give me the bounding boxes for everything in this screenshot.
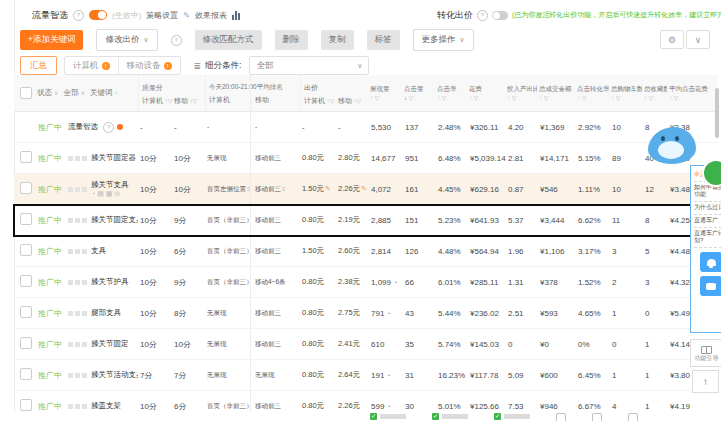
legend-item[interactable]: ✓ xyxy=(370,413,406,420)
quality-score-group-header[interactable]: 质量分 计算机 ↑▽ 移动 ↑▽ xyxy=(138,75,205,111)
quality-score-pc: 10分 xyxy=(138,215,172,226)
column-header[interactable]: 点击量↓ ▽ xyxy=(403,75,436,111)
bar-chart-icon[interactable] xyxy=(232,11,240,20)
scope-filter[interactable]: 全部 ∨ xyxy=(64,88,86,98)
help-faq-item[interactable]: 直通车广计划? xyxy=(694,228,721,248)
chat-button[interactable] xyxy=(700,276,721,296)
row-checkbox[interactable] xyxy=(20,399,32,411)
quality-score-pc: 10分 xyxy=(138,184,172,195)
roi: 0.87 xyxy=(506,185,538,194)
table-row[interactable]: 推广中 膝关节支具 ? ◔ ▤ ▦ ⊖ 10分 10分 首页左侧位置≡ 移动前三… xyxy=(14,174,718,205)
feature-guide-button[interactable]: 功能引导 xyxy=(690,339,721,367)
keyword-hover-actions[interactable]: ◔ ▤ ▦ ⊖ xyxy=(91,190,129,198)
table-row[interactable]: 推广中 流量智选 ? - - -≡ -≡ -✎ -✎ 5,530 137 2.4… xyxy=(14,112,718,143)
rank-group-header[interactable]: 今天20:00-21:00平均排名 计算机 移动 xyxy=(205,75,300,111)
help-faq-item[interactable]: 为什么过日期 xyxy=(694,202,721,215)
bid-group-header[interactable]: 出价 计算机 ↑▽ 移动 ↑▽ xyxy=(300,75,369,111)
table-header: 状态 ∨ 全部 ∨ 关键词 ↑ 质量分 计算机 ↑▽ 移动 ↑▽ 今天20:00… xyxy=(14,75,718,112)
row-checkbox[interactable] xyxy=(20,244,32,256)
column-header[interactable]: 总购物车数↑ ▽ xyxy=(610,75,643,111)
column-header[interactable]: 总收藏数↑ ▽ xyxy=(643,75,668,111)
help-faq-item[interactable]: 直通车广 xyxy=(694,215,721,228)
table-row[interactable]: 推广中 膝关节护具 ? 10分 9分 首页（非前三）≡ 移动4~6条≡ 0.80… xyxy=(14,267,718,298)
assistant-mascot[interactable] xyxy=(648,127,696,164)
column-settings-button[interactable]: ⚙ xyxy=(660,30,684,49)
table-row[interactable]: 推广中 膝关节固定支具 ? 10分 9分 首页（非前三）≡ 移动前三≡ 0.80… xyxy=(14,205,718,236)
rank-pc: 首页（非前三） xyxy=(207,278,253,285)
row-checkbox[interactable] xyxy=(20,213,32,225)
row-checkbox[interactable] xyxy=(20,182,32,194)
report-link[interactable]: 效果报表 xyxy=(195,10,227,21)
row-checkbox[interactable] xyxy=(20,368,32,380)
delete-button[interactable]: 删除 xyxy=(275,30,308,50)
notification-button[interactable] xyxy=(700,252,721,272)
conversion-bid-toggle[interactable] xyxy=(492,11,508,20)
status-filter[interactable]: 状态 ∨ xyxy=(37,88,59,98)
header-left-group: 状态 ∨ 全部 ∨ 关键词 ↑ xyxy=(14,75,138,111)
collapse-button[interactable]: ∨ xyxy=(686,30,710,49)
segment-filter-select[interactable]: 全部 ∨ xyxy=(249,56,369,75)
impressions: 191 xyxy=(371,371,384,380)
legend-toolbar-icon[interactable] xyxy=(628,413,638,421)
delay-clock-icon: ◔ xyxy=(386,403,390,410)
impressions: 791 xyxy=(371,309,384,318)
row-checkbox[interactable] xyxy=(20,306,32,318)
legend-toolbar-icon[interactable] xyxy=(556,413,566,421)
edit-pencil-icon[interactable]: ✎ xyxy=(361,185,367,192)
tab-pc[interactable]: 计算机 ! xyxy=(65,57,118,74)
table-row[interactable]: 推广中 膝关节固定 ? 10分 10分 无展现≡ 移动前三≡ 0.80元✎ 2.… xyxy=(14,329,718,360)
row-checkbox[interactable] xyxy=(20,151,32,163)
edit-pencil-icon[interactable]: ✎ xyxy=(325,185,331,192)
back-to-top-button[interactable]: ↑ xyxy=(692,370,719,393)
vertical-scrollbar[interactable] xyxy=(715,88,719,138)
column-header[interactable]: 总成交金额↑ ▽ xyxy=(538,75,576,111)
bid-pc: - xyxy=(302,123,305,132)
chevron-down-icon: ∨ xyxy=(460,36,465,44)
quality-score-pc: 10分 xyxy=(138,401,172,412)
traffic-smart-toggle[interactable] xyxy=(89,10,107,20)
column-header[interactable]: 花费↑ ▽ xyxy=(468,75,506,111)
bid-pc: 0.80元 xyxy=(302,401,324,410)
add-keyword-button[interactable]: +添加关键词 xyxy=(20,30,83,50)
table-row[interactable]: 推广中 支具 ? 10分 6分 首页（非前三）≡ 移动前三≡ 1.50元✎ 2.… xyxy=(14,236,718,267)
quality-score-pc: 10分 xyxy=(138,277,172,288)
keyword-text: 膝关节支具 xyxy=(91,180,129,189)
column-header[interactable]: 点击转化率↑ ▽ xyxy=(576,75,610,111)
copy-button[interactable]: 复制 xyxy=(321,30,354,50)
gmv: ¥0 xyxy=(538,340,576,349)
strategy-settings-link[interactable]: 策略设置 xyxy=(146,10,178,21)
modify-match-button[interactable]: 修改匹配方式 xyxy=(195,30,262,50)
legend-toolbar-icon[interactable] xyxy=(592,413,602,421)
column-header[interactable]: 点击率↑ ▽ xyxy=(436,75,468,111)
more-actions-dropdown[interactable]: 更多操作 ∨ xyxy=(413,29,474,51)
table-row[interactable]: 推广中 膝关节固定器 ? 10分 10分 无展现≡ 移动前三≡ 0.80元✎ 2… xyxy=(14,143,718,174)
modify-bid-dropdown[interactable]: 修改出价 ∨ xyxy=(96,29,157,51)
tab-mobile[interactable]: 移动设备 ! xyxy=(118,57,180,74)
status-badge: 推广中 xyxy=(38,216,62,225)
roi: 7.53 xyxy=(506,402,538,411)
keyword-column-header[interactable]: 关键词 ↑ xyxy=(90,88,118,98)
pencil-icon[interactable]: ✎ xyxy=(183,11,190,20)
rank-trend-icon[interactable]: ≡ xyxy=(282,186,286,192)
column-header[interactable]: 投入产出比↑ ▽ xyxy=(506,75,538,111)
carts: 10 xyxy=(610,123,643,132)
column-header[interactable]: 平均点击花费↑ ▽ xyxy=(668,75,718,111)
table-row[interactable]: 推广中 膝关节活动支具 ? 7分 7分 无展现≡ 无展现≡ 0.80元✎ 2.6… xyxy=(14,360,718,391)
legend-item[interactable]: ✓ xyxy=(432,413,468,420)
tab-summary[interactable]: 汇总 xyxy=(20,56,57,75)
bid-pc: 0.80元 xyxy=(302,153,324,162)
conversion-bid-label: 转化出价 xyxy=(437,9,473,22)
rank-pc: 无展现 xyxy=(207,309,227,316)
tag-button[interactable]: 标签 xyxy=(367,30,400,50)
cvr: 1.52% xyxy=(576,278,610,287)
quality-score-mobile: 6分 xyxy=(172,246,205,257)
legend-item[interactable]: ✓ xyxy=(494,413,530,420)
segment-filter: ≣ 细分条件: 全部 ∨ xyxy=(194,56,370,75)
column-header[interactable]: 展现量↑ ▽ xyxy=(369,75,403,111)
row-checkbox[interactable] xyxy=(20,275,32,287)
table-row[interactable]: 推广中 腿部支具 ? 10分 8分 无展现≡ 移动前三≡ 0.80元✎ 2.75… xyxy=(14,298,718,329)
select-all-checkbox[interactable] xyxy=(20,87,32,99)
bid-pc: 1.50元 xyxy=(302,184,324,193)
ctr: 4.45% xyxy=(436,185,468,194)
row-checkbox[interactable] xyxy=(20,337,32,349)
